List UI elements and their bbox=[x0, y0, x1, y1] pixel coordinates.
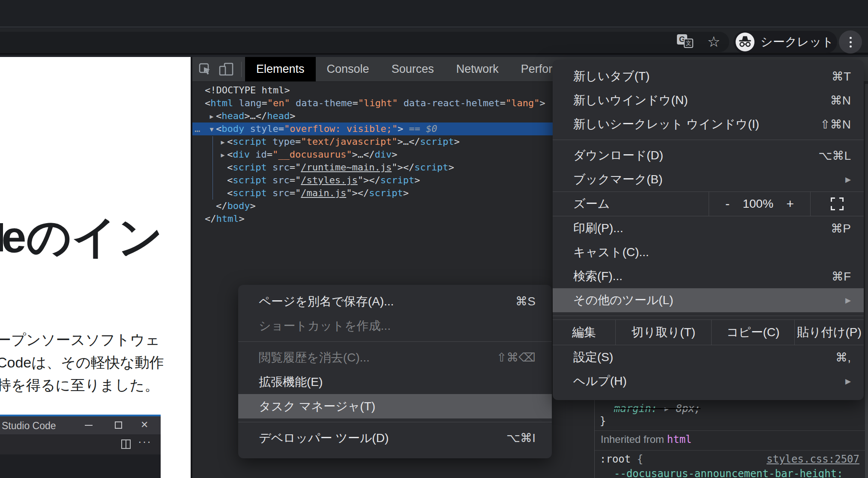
element-options-icon[interactable]: … bbox=[195, 122, 201, 135]
zoom-label: ズーム bbox=[573, 196, 610, 212]
indent-guide bbox=[213, 136, 213, 200]
styles-pane-scrollbar[interactable] bbox=[865, 84, 868, 478]
paragraph-line: Codeは、その軽快な動作 bbox=[0, 351, 164, 374]
address-bar[interactable] bbox=[0, 32, 729, 52]
chrome-menu-item-copy[interactable]: コピー(C) bbox=[712, 320, 795, 345]
stylesheet-source-link[interactable]: styles.css:2507 bbox=[766, 453, 859, 465]
web-page: deのイン ープンソースソフトウェ Codeは、その軽快な動作 持を得るに至りま… bbox=[0, 57, 191, 478]
code-line[interactable]: ▶<div id="__docusaurus">…</div> bbox=[192, 148, 593, 161]
context-menu-item-developer-tools[interactable]: デベロッパー ツール(D)⌥⌘I bbox=[238, 426, 552, 450]
context-menu-item-create-shortcut: ショートカットを作成... bbox=[238, 314, 552, 338]
browser-menu-button[interactable] bbox=[839, 30, 862, 54]
page-paragraph: ープンソースソフトウェ Codeは、その軽快な動作 持を得るに至りました。 bbox=[0, 329, 164, 397]
code-line[interactable]: <script src="/runtime~main.js"></script> bbox=[192, 161, 593, 174]
css-custom-property[interactable]: --docusaurus-announcement-bar-height: bbox=[614, 468, 843, 478]
chrome-menu-item-new-incognito-window[interactable]: 新しいシークレット ウインドウ(I)⇧⌘N bbox=[553, 112, 864, 136]
shortcut-label: ⌘N bbox=[830, 93, 851, 108]
selected-code-line[interactable]: …▼<body style="overflow: visible;"> == $… bbox=[192, 122, 593, 135]
context-menu-item-task-manager[interactable]: タスク マネージャ(T) bbox=[238, 394, 552, 418]
fullscreen-button[interactable] bbox=[811, 192, 864, 216]
css-rule-header: :root { styles.css:2507 bbox=[600, 453, 865, 465]
code-line[interactable]: ▶<head>…</head> bbox=[192, 110, 593, 122]
code-line[interactable]: <html lang="en" data-theme="light" data-… bbox=[192, 97, 593, 110]
shortcut-label: ⌘S bbox=[515, 294, 536, 308]
vscode-titlebar: Studio Code ✕ bbox=[0, 416, 161, 434]
overridden-css-property[interactable]: margin: ▸ 8px; bbox=[614, 403, 700, 415]
chrome-menu-item-cast[interactable]: キャスト(C)... bbox=[553, 240, 864, 264]
chrome-menu-item-downloads[interactable]: ダウンロード(D)⌥⌘L bbox=[553, 143, 864, 167]
rule-closing-brace: } bbox=[600, 415, 606, 427]
chrome-menu-item-find[interactable]: 検索(F)...⌘F bbox=[553, 264, 864, 288]
incognito-label: シークレット bbox=[760, 34, 834, 50]
shortcut-label: ⌘P bbox=[831, 221, 851, 236]
section-divider bbox=[595, 430, 868, 431]
zoom-out-button[interactable]: - bbox=[725, 197, 730, 211]
maximize-icon bbox=[115, 421, 122, 429]
menu-separator bbox=[238, 341, 552, 342]
incognito-badge: シークレット bbox=[733, 31, 837, 53]
context-menu-item-extensions[interactable]: 拡張機能(E) bbox=[238, 370, 552, 394]
chrome-menu-item-zoom: ズーム-100%+ bbox=[553, 191, 864, 216]
device-toolbar-icon[interactable] bbox=[219, 63, 234, 76]
devtools-tab-console[interactable]: Console bbox=[316, 57, 380, 81]
submenu-arrow-icon: ▶ bbox=[845, 296, 851, 305]
chrome-menu-item-new-tab[interactable]: 新しいタブ(T)⌘T bbox=[553, 64, 864, 88]
code-line[interactable]: ▶<script type="text/javascript">…</scrip… bbox=[192, 135, 593, 148]
browser-toolbar: G 文 ☆ シークレット bbox=[0, 28, 868, 55]
menu-separator bbox=[553, 316, 864, 316]
split-editor-icon bbox=[121, 439, 131, 449]
fullscreen-icon bbox=[831, 197, 844, 210]
chrome-menu-item-paste[interactable]: 貼り付け(P) bbox=[795, 320, 864, 345]
chrome-menu-item-print[interactable]: 印刷(P)...⌘P bbox=[553, 216, 864, 240]
expand-icon[interactable]: ▶ bbox=[207, 110, 216, 123]
page-title: deのイン bbox=[0, 208, 163, 268]
vscode-toolbar: ··· bbox=[0, 434, 161, 454]
translate-icon[interactable]: G 文 bbox=[676, 33, 696, 51]
code-line[interactable]: <script src="/main.js"></script> bbox=[192, 187, 593, 200]
inspect-element-icon[interactable] bbox=[198, 63, 212, 76]
paragraph-line: 持を得るに至りました。 bbox=[0, 374, 164, 397]
shortcut-label: ⌘F bbox=[832, 269, 851, 284]
zoom-in-button[interactable]: + bbox=[786, 197, 794, 211]
minimize-icon bbox=[85, 425, 93, 426]
chrome-menu-item-help[interactable]: ヘルプ(H)▶ bbox=[553, 369, 864, 393]
chrome-menu-item-bookmarks[interactable]: ブックマーク(B)▶ bbox=[553, 167, 864, 191]
chrome-menu-item-new-window[interactable]: 新しいウインドウ(N)⌘N bbox=[553, 88, 864, 112]
devtools-tab-elements[interactable]: Elements bbox=[245, 57, 316, 81]
tab-strip bbox=[0, 0, 868, 27]
code-line[interactable]: </body> bbox=[192, 200, 593, 212]
collapse-icon[interactable]: ▼ bbox=[207, 123, 216, 136]
bookmark-star-icon[interactable]: ☆ bbox=[704, 28, 723, 55]
shortcut-label: ⇧⌘N bbox=[820, 117, 851, 131]
code-line[interactable]: <script src="/styles.js"></script> bbox=[192, 174, 593, 187]
chrome-menu-item-cut[interactable]: 切り取り(T) bbox=[616, 320, 712, 345]
vscode-title: Studio Code bbox=[2, 420, 56, 432]
chrome-menu-item-more-tools[interactable]: その他のツール(L)▶ bbox=[553, 288, 864, 312]
shortcut-label: ⌘T bbox=[832, 69, 851, 84]
browser-window: G 文 ☆ シークレット deのイン ープンソースソフトウェ Codeは、その軽… bbox=[0, 0, 868, 478]
context-menu-item-clear-browsing-data: 閲覧履歴を消去(C)...⇧⌘⌫ bbox=[238, 345, 552, 370]
shortcut-label: ⌘, bbox=[835, 350, 851, 364]
elements-tree: <!DOCTYPE html><html lang="en" data-them… bbox=[192, 84, 593, 225]
section-divider bbox=[595, 450, 868, 451]
zoom-level: 100% bbox=[730, 197, 786, 211]
code-line[interactable]: </html> bbox=[192, 212, 593, 225]
inherited-selector-link[interactable]: html bbox=[667, 433, 692, 445]
chrome-menu-item-settings[interactable]: 設定(S)⌘, bbox=[553, 345, 864, 369]
toolbar-divider bbox=[241, 62, 242, 77]
expand-icon[interactable]: ▶ bbox=[218, 149, 227, 161]
more-actions-icon: ··· bbox=[138, 435, 152, 448]
chrome-menu-item-edit: 編集切り取り(T)コピー(C)貼り付け(P) bbox=[553, 320, 864, 345]
incognito-icon bbox=[736, 33, 754, 51]
devtools-tab-sources[interactable]: Sources bbox=[380, 57, 445, 81]
expand-icon[interactable]: ▶ bbox=[218, 136, 227, 149]
code-line[interactable]: <!DOCTYPE html> bbox=[192, 84, 593, 97]
shortcut-label: ⌥⌘I bbox=[506, 431, 536, 445]
context-menu-item-save-page-as[interactable]: ページを別名で保存(A)...⌘S bbox=[238, 289, 552, 314]
close-icon: ✕ bbox=[141, 419, 148, 430]
devtools-tab-network[interactable]: Network bbox=[445, 57, 510, 81]
chrome-menu: 新しいタブ(T)⌘T新しいウインドウ(N)⌘N新しいシークレット ウインドウ(I… bbox=[553, 60, 864, 400]
vscode-screenshot: Studio Code ✕ ··· s avaScript, Python, P… bbox=[0, 415, 161, 478]
menu-separator bbox=[238, 422, 552, 422]
shorthand-expand-icon: ▸ bbox=[664, 403, 670, 415]
